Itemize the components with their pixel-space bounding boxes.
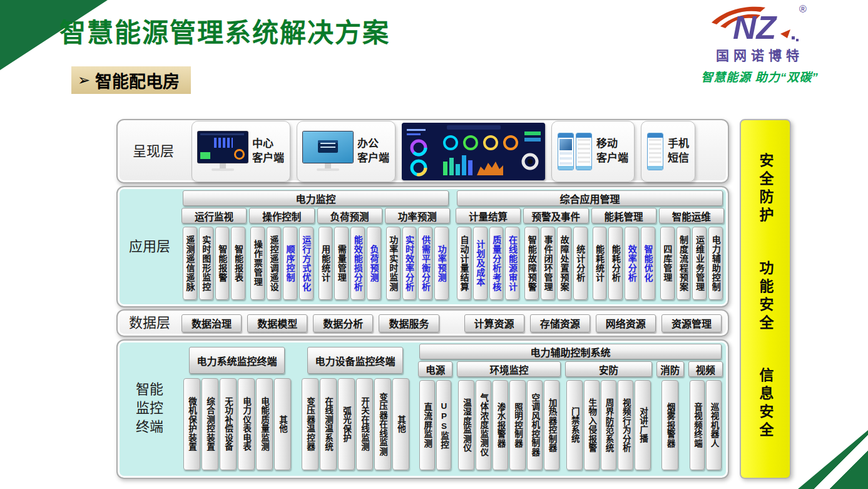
terminal-group: 电力辅助控制系统电源直流屏监测UPS监控环境监控温湿度监测仪气体浓度监测仪渗水报… — [418, 344, 723, 473]
client-card-label: 手机 短信 — [668, 137, 689, 165]
app-function-item: 智能报警 — [215, 227, 230, 300]
data-layer-item: 存储资源 — [530, 314, 590, 332]
terminal-group: 电力系统监控终端微机保护装置综合测控装置无功补偿设备电力仪表电表电能质量监测其他 — [181, 344, 292, 473]
presentation-layer-panel: 呈现层 中心 客户端 办公 客户端 — [116, 119, 729, 183]
app-function-item: 能耗分析 — [608, 227, 623, 300]
terminal-device-item: 烟雾报警器 — [661, 380, 678, 470]
terminal-device-item: 其他 — [274, 378, 291, 470]
terminal-layer-label: 智能 监控 终端 — [118, 344, 181, 473]
terminal-device-item: 空调风机控制器 — [527, 380, 543, 470]
app-function-item: 制度流程预案 — [677, 227, 691, 300]
app-function-item: 操作票管理 — [250, 227, 265, 300]
application-layer-panel: 应用层 电力监控运行监视遥测遥信遥脉实时图形监控智能报警智能报表操作控制操作票管… — [116, 186, 729, 307]
terminal-device-item: 气体浓度监测仪 — [476, 380, 491, 470]
terminal-pill-row: 变压器温控器在线测温系统弧光保护开关在线监测变压器在线监测其他 — [300, 377, 411, 473]
data-layer-panel: 数据层 数据治理数据模型数据分析数据服务计算资源存储资源网络资源资源管理 — [116, 309, 729, 337]
section-bullet-label: 智能配电房 — [95, 68, 180, 93]
terminal-layer-panel: 智能 监控 终端 电力系统监控终端微机保护装置综合测控装置无功补偿设备电力仪表电… — [116, 339, 729, 479]
terminal-pill-row: 微机保护装置综合测控装置无功补偿设备电力仪表电表电能质量监测其他 — [181, 377, 292, 473]
data-layer-item: 数据治理 — [181, 314, 242, 332]
client-card-label: 办公 客户端 — [357, 137, 389, 165]
terminal-device-item: 加热器控制器 — [544, 380, 559, 470]
app-function-item: 功率预测 — [434, 227, 449, 300]
app-column: 智能运维四库管理制度流程预案运维业务管理电力辅助控制 — [659, 208, 724, 302]
app-function-item: 电力辅助控制 — [708, 227, 723, 300]
terminal-device-item: 电力仪表电表 — [238, 378, 255, 470]
app-function-item: 功率实时监测 — [386, 227, 401, 300]
app-function-item: 效率分析 — [625, 227, 639, 300]
app-pill-row: 四库管理制度流程预案运维业务管理电力辅助控制 — [659, 225, 724, 302]
logo-tagline: 智慧能源 助力“双碳” — [669, 68, 850, 85]
app-column: 运行监视遥测遥信遥脉实时图形监控智能报警智能报表 — [181, 208, 247, 302]
terminal-group: 电力设备监控终端变压器温控器在线测温系统弧光保护开关在线监测变压器在线监测其他 — [300, 344, 411, 473]
terminal-subgroup: 安防门禁系统生物入侵报警周界防范系统视频行为分析对讲广播 — [565, 361, 651, 473]
terminal-device-item: UPS监控 — [436, 380, 452, 470]
terminal-device-item: 音视频终端 — [690, 380, 705, 470]
app-function-item: 遥控遥调遥设 — [267, 227, 281, 300]
svg-text:NZ: NZ — [733, 9, 778, 46]
phone-sms-icon — [647, 133, 663, 170]
app-pill-row: 用能统计需量管理能效能损分析负荷预测 — [317, 225, 382, 302]
terminal-device-item: 巡视机器人 — [706, 380, 722, 470]
app-column: 计量结算自动计量结算计划及成本质量分析考核在线能源审计 — [456, 208, 521, 302]
app-group-header: 综合应用管理 — [457, 190, 723, 206]
data-layer-item: 数据模型 — [247, 314, 307, 332]
application-layer-label: 应用层 — [118, 190, 181, 302]
app-function-item: 实时效率分析 — [402, 227, 417, 300]
terminal-group-header: 电力设备监控终端 — [307, 347, 403, 374]
data-layer-item: 计算资源 — [464, 314, 524, 332]
app-pill-row: 遥测遥信遥脉实时图形监控智能报警智能报表 — [181, 225, 247, 302]
terminal-subheader: 安防 — [565, 361, 651, 377]
terminal-device-item: 温湿度监测仪 — [458, 380, 474, 470]
app-function-item: 负荷预测 — [367, 227, 381, 300]
app-function-item: 事件闭环管理 — [541, 227, 555, 300]
app-group-columns: 运行监视遥测遥信遥脉实时图形监控智能报警智能报表操作控制操作票管理遥控遥调遥设顺… — [181, 208, 450, 302]
terminal-groups: 电力系统监控终端微机保护装置综合测控装置无功补偿设备电力仪表电表电能质量监测其他… — [181, 344, 723, 473]
app-group: 综合应用管理计量结算自动计量结算计划及成本质量分析考核在线能源审计预警及事件智能… — [456, 190, 724, 302]
security-bar-item: 功能安全 — [755, 260, 776, 333]
app-function-item: 智能报表 — [231, 227, 245, 300]
terminal-subheader: 电源 — [418, 361, 452, 377]
app-column: 功率预测功率实时监测实时效率分析供需平衡分析功率预测 — [385, 208, 450, 302]
terminal-device-item: 对讲广播 — [635, 380, 650, 470]
terminal-pill-row: 门禁系统生物入侵报警周界防范系统视频行为分析对讲广播 — [565, 379, 651, 473]
app-subheader: 智能运维 — [659, 208, 724, 224]
app-function-item: 统计分析 — [573, 227, 588, 300]
app-function-item: 能耗统计 — [593, 227, 607, 300]
terminal-device-item: 综合测控装置 — [202, 378, 218, 470]
desktop-dashboard-icon — [198, 131, 248, 171]
app-function-item: 在线能源审计 — [505, 227, 519, 300]
app-function-item: 故障处置预案 — [557, 227, 571, 300]
terminal-device-item: 周界防范系统 — [601, 380, 616, 470]
app-subheader: 负荷预测 — [317, 208, 382, 224]
app-pill-row: 自动计量结算计划及成本质量分析考核在线能源审计 — [456, 225, 521, 302]
app-column: 预警及事件智能故障预警事件闭环管理故障处置预案统计分析 — [523, 208, 588, 302]
application-groups: 电力监控运行监视遥测遥信遥脉实时图形监控智能报警智能报表操作控制操作票管理遥控遥… — [181, 190, 724, 302]
terminal-group-header: 电力系统监控终端 — [189, 347, 285, 374]
terminal-device-item: 门禁系统 — [566, 380, 582, 470]
terminal-subgroup: 电源直流屏监测UPS监控 — [418, 361, 452, 473]
app-function-item: 顺序控制 — [283, 227, 297, 300]
desktop-login-icon — [303, 131, 353, 171]
app-function-item: 遥测遥信遥脉 — [183, 227, 197, 300]
logo-company-name: 国网诺博特 — [669, 45, 850, 64]
app-group-header: 电力监控 — [183, 190, 449, 206]
terminal-subgroups: 电源直流屏监测UPS监控环境监控温湿度监测仪气体浓度监测仪渗水报警器照明控制器空… — [418, 361, 723, 473]
app-column: 操作控制操作票管理遥控遥调遥设顺序控制运行方式优化 — [249, 208, 314, 302]
company-logo: NZ ® 国网诺博特 智慧能源 助力“双碳” — [669, 1, 850, 85]
app-subheader: 操作控制 — [249, 208, 314, 224]
app-function-item: 质量分析考核 — [489, 227, 504, 300]
section-bullet: ➢ 智能配电房 — [71, 66, 191, 94]
slide: 智慧能源管理系统解决方案 ➢ 智能配电房 NZ ® 国网诺博特 智慧能源 助力“… — [0, 0, 868, 489]
terminal-device-item: 其他 — [392, 378, 409, 470]
app-function-item: 智能优化 — [641, 227, 655, 300]
app-group-columns: 计量结算自动计量结算计划及成本质量分析考核在线能源审计预警及事件智能故障预警事件… — [456, 208, 724, 302]
app-function-item: 需量管理 — [334, 227, 349, 300]
client-card-mobile: 移动 客户端 — [551, 121, 635, 182]
svg-text:®: ® — [799, 4, 807, 14]
client-card-center: 中心 客户端 — [191, 121, 290, 182]
terminal-device-item: 照明控制器 — [509, 380, 525, 470]
terminal-device-item: 渗水报警器 — [493, 380, 508, 470]
terminal-device-item: 变压器在线监测 — [374, 378, 391, 470]
terminal-subgroup: 视频音视频终端巡视机器人 — [688, 361, 723, 473]
